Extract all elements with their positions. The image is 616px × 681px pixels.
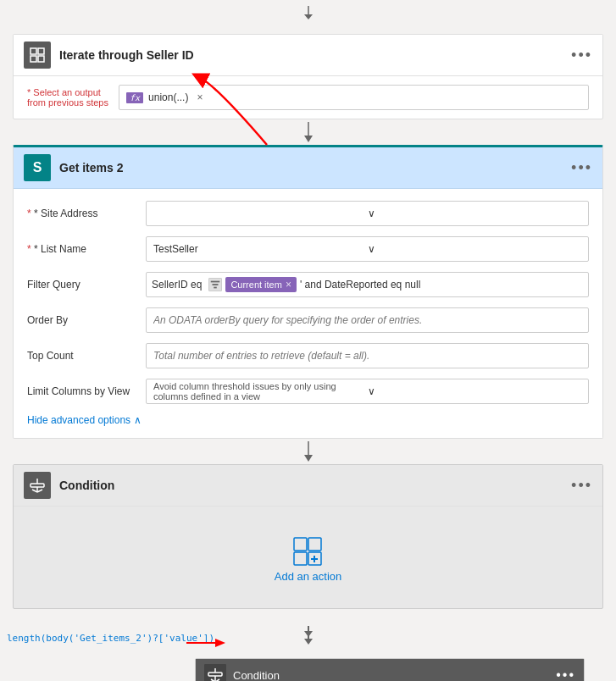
svg-rect-10 [214, 287, 218, 289]
output-token-text: union(...) [148, 91, 188, 103]
site-address-arrow: ∨ [368, 208, 582, 219]
svg-rect-18 [294, 538, 307, 551]
svg-rect-2 [31, 48, 36, 54]
svg-line-17 [37, 490, 42, 492]
add-action-label: Add an action [275, 570, 342, 583]
sharepoint-icon: S [24, 154, 51, 181]
list-name-row: * List Name TestSeller ∨ [27, 231, 589, 267]
limit-columns-dropdown[interactable]: Avoid column threshold issues by only us… [146, 379, 589, 404]
svg-marker-27 [304, 639, 313, 645]
bottom-panel-title: Condition [233, 669, 556, 682]
order-by-row: Order By [27, 302, 589, 338]
svg-marker-29 [215, 639, 225, 647]
svg-rect-5 [38, 56, 44, 62]
limit-columns-row: Limit Columns by View Avoid column thres… [27, 374, 589, 409]
svg-marker-1 [304, 14, 313, 19]
bottom-panel-more[interactable]: ••• [556, 667, 575, 681]
get-items-header: S Get items 2 ••• [14, 147, 602, 189]
svg-rect-30 [208, 673, 222, 676]
svg-rect-9 [213, 284, 219, 285]
condition-icon [24, 472, 51, 499]
svg-marker-12 [304, 455, 313, 462]
get-items-title: Get items 2 [59, 161, 571, 174]
fx-badge: fx [126, 92, 143, 103]
current-item-token[interactable]: Current item × [225, 277, 297, 292]
filter-query-label: Filter Query [27, 279, 146, 291]
filter-suffix: ' and DateReported eq null [300, 279, 420, 291]
svg-rect-8 [211, 281, 220, 283]
condition-more-button[interactable]: ••• [571, 477, 592, 495]
svg-rect-20 [294, 552, 307, 565]
list-name-dropdown[interactable]: TestSeller ∨ [146, 236, 589, 262]
get-items-more-button[interactable]: ••• [571, 159, 592, 177]
add-action-icon [292, 536, 323, 567]
get-items-card: S Get items 2 ••• * Site Address ∨ * Lis… [13, 145, 603, 439]
condition-card: Condition ••• Add an action [13, 464, 603, 609]
list-name-arrow: ∨ [368, 243, 582, 255]
filter-query-row: Filter Query SellerID eq Current item × [27, 267, 589, 302]
condition-header: Condition ••• [14, 465, 602, 507]
condition-body: Add an action [14, 507, 602, 608]
limit-columns-label: Limit Columns by View [27, 385, 146, 397]
output-token-close[interactable]: × [197, 91, 203, 103]
list-name-value: TestSeller [153, 243, 368, 255]
svg-rect-13 [31, 484, 44, 487]
output-field[interactable]: fx union(...) × [119, 85, 589, 110]
top-count-input[interactable] [146, 343, 589, 368]
limit-columns-arrow: ∨ [368, 385, 582, 397]
iterate-card-title: Iterate through Seller ID [59, 48, 571, 62]
site-address-dropdown[interactable]: ∨ [146, 201, 589, 226]
svg-line-16 [32, 490, 37, 492]
limit-columns-placeholder: Avoid column threshold issues by only us… [153, 381, 368, 401]
bottom-condition-panel: Condition ••• fx length(...) × is not eq… [195, 658, 585, 681]
list-name-label: * List Name [27, 243, 146, 255]
output-row: * Select an output from previous steps f… [27, 85, 589, 110]
svg-rect-4 [31, 56, 36, 62]
hide-advanced-toggle[interactable]: Hide advanced options ∧ [27, 409, 589, 428]
hide-advanced-label: Hide advanced options [27, 414, 130, 426]
add-action-button[interactable]: Add an action [275, 536, 342, 583]
site-address-label: * Site Address [27, 208, 146, 219]
iterate-card: Iterate through Seller ID ••• * Select a… [13, 34, 603, 119]
filter-prefix: SellerID eq [152, 279, 202, 291]
svg-marker-7 [304, 136, 313, 142]
svg-rect-3 [38, 48, 44, 54]
connector-1 [13, 119, 603, 145]
filter-query-field[interactable]: SellerID eq Current item × ' and DateRep… [146, 272, 589, 297]
svg-rect-19 [308, 538, 321, 551]
filter-icon-placeholder [208, 278, 222, 292]
connector-2 [13, 439, 603, 464]
top-connector [0, 0, 616, 25]
iterate-body: * Select an output from previous steps f… [14, 76, 602, 119]
condition-card-title: Condition [59, 479, 571, 492]
iterate-card-header: Iterate through Seller ID ••• [14, 35, 602, 76]
order-by-label: Order By [27, 314, 146, 326]
top-count-label: Top Count [27, 350, 146, 362]
red-arrow [183, 634, 230, 654]
current-item-close[interactable]: × [286, 279, 291, 291]
current-item-text: Current item [230, 280, 282, 290]
bottom-panel-condition-icon [204, 664, 226, 681]
hide-advanced-chevron: ∧ [134, 414, 142, 426]
site-address-row: * Site Address ∨ [27, 196, 589, 231]
output-label: * Select an output from previous steps [27, 87, 112, 108]
bottom-panel-header: Condition ••• [196, 659, 584, 681]
top-count-row: Top Count [27, 338, 589, 374]
iterate-icon [24, 42, 51, 69]
iterate-more-button[interactable]: ••• [571, 47, 592, 64]
order-by-input[interactable] [146, 307, 589, 333]
get-items-body: * Site Address ∨ * List Name TestSeller … [14, 189, 602, 438]
